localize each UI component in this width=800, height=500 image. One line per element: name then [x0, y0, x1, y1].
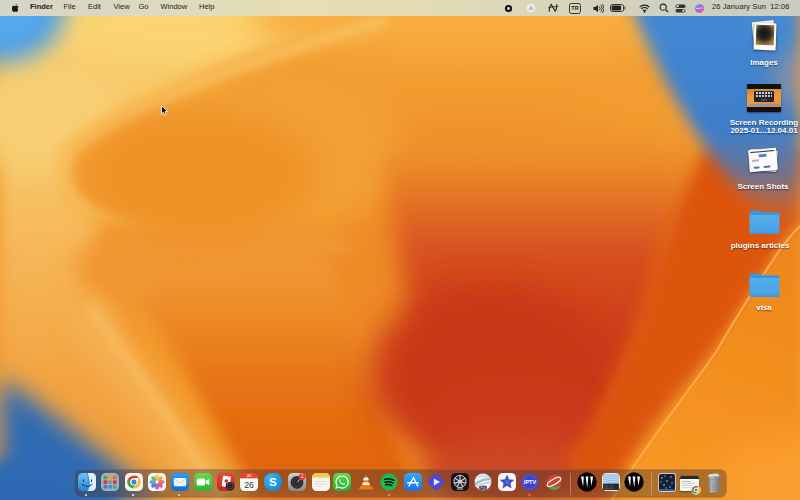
svg-text:1: 1 [301, 474, 304, 479]
svg-text:Pro: Pro [481, 486, 486, 490]
svg-text:26: 26 [244, 480, 254, 490]
svg-text:IPTV: IPTV [524, 479, 536, 485]
svg-text:JAN: JAN [246, 474, 251, 478]
svg-text:S: S [269, 475, 277, 488]
